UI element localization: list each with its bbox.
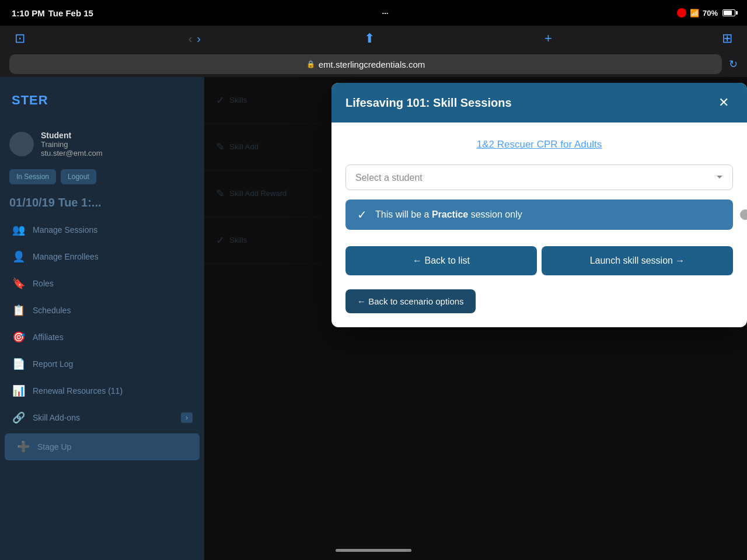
main-content: ✓ Skills ✎ Skill Add ✎ Skill Add Reward … [204,77,747,560]
affiliates-icon: 🎯 [12,331,26,344]
schedules-icon: 📋 [12,304,26,317]
modal-close-button[interactable]: ✕ [714,93,733,112]
lock-icon: 🔒 [306,60,315,68]
sidebar-userrole: Training [41,140,103,149]
launch-skill-session-button[interactable]: Launch skill session → [542,246,733,275]
skill-addons-badge: › [181,412,193,423]
sidebar-item-skill-addons[interactable]: 🔗 Skill Add-ons › [0,404,204,431]
sidebar-item-report-log[interactable]: 📄 Report Log [0,351,204,377]
sidebar-date: 01/10/19 Tue 1:... [0,189,204,214]
sidebar-action-row: In Session Logout [0,164,204,189]
sidebar-item-renewal-resources[interactable]: 📊 Renewal Resources (11) [0,377,204,404]
sidebar-item-roles[interactable]: 🔖 Roles [0,270,204,297]
sidebar-item-label: Manage Enrollees [33,252,99,261]
modal-header: Lifesaving 101: Skill Sessions ✕ [331,83,747,123]
safari-top-row: ⊡ ‹ › ⬆ + ⊞ [0,26,747,51]
status-dots: ··· [382,9,389,18]
back-to-scenario-button[interactable]: ← Back to scenario options [345,289,476,313]
manage-enrollees-icon: 👤 [12,250,26,263]
home-bar [336,549,411,552]
url-bar[interactable]: 🔒 emt.sterlingcredentials.com [9,54,722,74]
date-display: Tue Feb 15 [48,8,93,18]
sidebar-user-section: Student Training stu.ster@emt.com [0,124,204,164]
safari-url-row: 🔒 emt.sterlingcredentials.com ↻ [0,51,747,77]
skill-addons-icon: 🔗 [12,411,26,424]
forward-button[interactable]: › [197,32,201,46]
report-log-icon: 📄 [12,358,26,370]
stage-up-icon: ➕ [16,440,30,453]
new-tab-button[interactable]: + [537,28,558,49]
sidebar-header: STER [0,77,204,124]
sidebar-username: Student [41,131,103,140]
status-time: 1:10 PM Tue Feb 15 [12,8,93,18]
record-icon [677,8,686,18]
sidebar-item-label: Roles [33,279,54,288]
student-select[interactable]: Select a student [345,164,733,190]
home-indicator [0,540,747,560]
sidebar-useremail: stu.ster@emt.com [41,149,103,158]
status-icons: 📶 70% [677,8,735,18]
modal-body: 1&2 Rescuer CPR for Adults Select a stud… [331,123,747,246]
practice-banner: ✓ This will be a Practice session only [345,200,733,230]
safari-nav: ‹ › [189,32,201,46]
sidebar-user-info: Student Training stu.ster@emt.com [41,131,103,158]
sidebar-item-schedules[interactable]: 📋 Schedules [0,297,204,324]
modal-title: Lifesaving 101: Skill Sessions [345,96,512,110]
battery-icon [722,9,735,16]
sidebar-item-manage-sessions[interactable]: 👥 Manage Sessions [0,216,204,243]
manage-sessions-icon: 👥 [12,223,26,236]
roles-icon: 🔖 [12,277,26,290]
modal-actions: ← Back to list Launch skill session → [331,246,747,289]
in-session-button[interactable]: In Session [9,169,56,184]
status-bar: 1:10 PM Tue Feb 15 ··· 📶 70% [0,0,747,26]
modal-box: Lifesaving 101: Skill Sessions ✕ 1&2 Res… [331,83,747,327]
sidebar-item-label: Schedules [33,306,71,315]
sidebar: STER Student Training stu.ster@emt.com I… [0,77,204,560]
modal-container: Lifesaving 101: Skill Sessions ✕ 1&2 Res… [331,77,747,560]
sidebar-logo: STER [12,93,48,108]
back-button[interactable]: ‹ [189,32,193,46]
logout-button[interactable]: Logout [61,169,96,184]
tabs-button[interactable]: ⊞ [717,28,738,49]
time-display: 1:10 PM [12,8,45,18]
sidebar-item-label: Report Log [33,359,73,369]
avatar [9,132,34,156]
practice-check-icon: ✓ [357,208,367,222]
practice-text: This will be a Practice session only [375,209,522,220]
sidebar-item-manage-enrollees[interactable]: 👤 Manage Enrollees [0,243,204,270]
sidebar-item-label: Skill Add-ons [33,413,80,422]
sidebar-item-label: Manage Sessions [33,225,97,235]
wifi-icon: 📶 [690,9,699,18]
sidebar-item-affiliates[interactable]: 🎯 Affiliates [0,324,204,351]
modal-subtitle[interactable]: 1&2 Rescuer CPR for Adults [345,139,733,150]
modal-footer: ← Back to scenario options [331,289,747,327]
sidebar-menu: 👥 Manage Sessions 👤 Manage Enrollees 🔖 R… [0,214,204,465]
sidebar-item-label: Renewal Resources (11) [33,386,123,396]
page-background: STER Student Training stu.ster@emt.com I… [0,77,747,560]
url-text: emt.sterlingcredentials.com [319,60,425,69]
sidebar-toggle-button[interactable]: ⊡ [9,28,30,49]
reload-button[interactable]: ↻ [729,58,738,71]
renewal-resources-icon: 📊 [12,384,26,397]
safari-bar: ⊡ ‹ › ⬆ + ⊞ 🔒 emt.sterlingcredentials.co… [0,26,747,77]
battery-label: 70% [703,9,718,18]
sidebar-item-label: Affiliates [33,332,64,342]
sidebar-item-label: Stage Up [37,442,71,452]
back-to-list-button[interactable]: ← Back to list [345,246,537,275]
share-button[interactable]: ⬆ [359,28,380,49]
practice-dot-indicator [740,209,747,220]
sidebar-item-stage-up[interactable]: ➕ Stage Up [5,433,200,460]
